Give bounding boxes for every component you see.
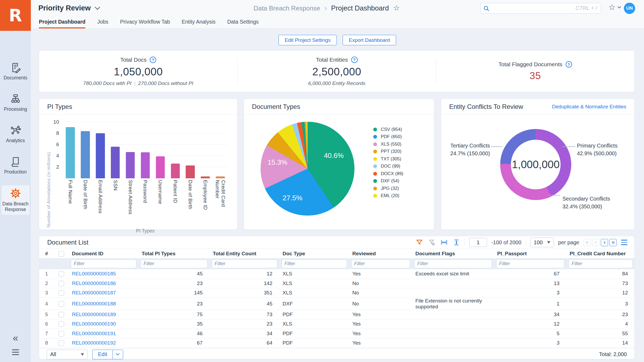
help-icon[interactable]: ? xyxy=(351,57,358,63)
clear-filter-icon[interactable] xyxy=(428,238,436,246)
legend-item[interactable]: JPG (32) xyxy=(373,185,403,192)
legend-item[interactable]: DOCX (89) xyxy=(373,170,403,178)
col-pi-passport[interactable]: PI_Passport xyxy=(494,249,566,258)
filter-input-doc-type[interactable] xyxy=(281,260,347,268)
document-id-link[interactable]: REL000000000190 xyxy=(72,321,116,327)
row-checkbox[interactable] xyxy=(58,340,64,346)
sidebar-item-production[interactable]: Production xyxy=(2,154,30,177)
legend-item[interactable]: DXF (54) xyxy=(373,178,403,185)
sidebar-item-processing[interactable]: Processing xyxy=(2,91,30,114)
edit-button[interactable]: Edit xyxy=(92,350,112,359)
collapse-rows-icon[interactable] xyxy=(452,238,460,246)
sidebar-item-data-breach-response[interactable]: Data Breach Response xyxy=(2,185,30,215)
tab-entity-analysis[interactable]: Entity Analysis xyxy=(182,16,215,28)
cell-passport: 3 xyxy=(494,288,566,298)
favorite-star-icon[interactable]: ☆ xyxy=(393,5,400,12)
divider xyxy=(465,239,465,246)
org-chart-icon xyxy=(10,93,21,105)
legend-item[interactable]: XLS (550) xyxy=(373,141,403,148)
filter-input-document-id[interactable] xyxy=(71,260,136,268)
legend-item[interactable]: CSV (954) xyxy=(373,126,403,133)
row-checkbox[interactable] xyxy=(58,281,64,286)
first-page-button[interactable] xyxy=(584,239,591,246)
sidebar-menu-icon[interactable] xyxy=(12,349,19,355)
col-pi-credit-card[interactable]: PI_Credit Card Number xyxy=(566,249,635,258)
row-number: 4 xyxy=(39,298,54,310)
filter-input-reviewed[interactable] xyxy=(351,260,410,268)
breadcrumb-parent[interactable]: Data Breach Response xyxy=(254,5,320,12)
row-checkbox[interactable] xyxy=(58,331,64,337)
favorites-menu[interactable]: ☆ xyxy=(608,3,621,11)
col-document-flags[interactable]: Document Flags xyxy=(412,249,494,258)
table-row: 6REL0000000001903523XLSYes124 xyxy=(39,319,635,329)
row-checkbox[interactable] xyxy=(58,271,64,277)
app-logo[interactable]: R xyxy=(0,0,31,31)
tab-privacy-workflow[interactable]: Privacy Workflow Tab xyxy=(120,16,170,28)
previous-page-button[interactable] xyxy=(592,239,599,246)
select-all-checkbox[interactable] xyxy=(58,251,64,257)
workspace-switcher[interactable]: Priority Review xyxy=(38,0,100,16)
filter-input-total-pi-types[interactable] xyxy=(141,260,207,268)
y-tick-label: 6 xyxy=(56,142,59,147)
sidebar-item-documents[interactable]: Documents xyxy=(2,60,30,83)
document-id-link[interactable]: REL000000000192 xyxy=(72,340,116,346)
sidebar-item-analytics[interactable]: Analytics xyxy=(2,123,30,146)
global-search[interactable]: CTRL + / xyxy=(480,3,601,14)
document-id-link[interactable]: REL000000000191 xyxy=(72,331,116,336)
col-total-entity-count[interactable]: Total Entity Count xyxy=(210,249,279,258)
legend-item[interactable]: PDF (650) xyxy=(373,133,403,141)
bar-username xyxy=(156,156,165,178)
page-size-select[interactable]: 100 xyxy=(530,238,554,247)
next-page-button[interactable] xyxy=(601,239,608,246)
filter-input-total-entity-count[interactable] xyxy=(212,260,277,268)
list-menu-icon[interactable] xyxy=(621,240,627,245)
row-checkbox[interactable] xyxy=(58,321,64,327)
last-page-button[interactable] xyxy=(609,239,617,246)
deduplicate-link[interactable]: Deduplicate & Normalize Entities xyxy=(552,104,626,110)
document-id-link[interactable]: REL000000000185 xyxy=(72,271,116,276)
export-dashboard-button[interactable]: Export Dashboard xyxy=(343,35,396,45)
document-id-link[interactable]: REL000000000188 xyxy=(72,301,116,306)
document-id-link[interactable]: REL000000000187 xyxy=(72,290,116,295)
col-document-id[interactable]: Document ID xyxy=(69,249,138,258)
total-entities-value: 2,500,000 xyxy=(312,66,361,78)
row-checkbox[interactable] xyxy=(58,312,64,317)
edit-dropdown-button[interactable] xyxy=(112,350,123,359)
cell-credit-card: 55 xyxy=(566,329,635,338)
legend-item[interactable]: EML (20) xyxy=(373,192,403,200)
tab-jobs[interactable]: Jobs xyxy=(97,16,108,28)
cell-passport: 5 xyxy=(494,329,566,338)
help-icon[interactable]: ? xyxy=(566,61,572,68)
help-icon[interactable]: ? xyxy=(150,57,156,63)
star-icon[interactable]: ☆ xyxy=(608,3,616,11)
pie-slice-label: 40.6% xyxy=(324,152,344,160)
collapse-sidebar-icon[interactable]: « xyxy=(13,333,18,343)
fit-column-width-icon[interactable] xyxy=(440,238,448,246)
page-number-input[interactable] xyxy=(469,238,487,247)
tab-project-dashboard[interactable]: Project Dashboard xyxy=(39,16,85,28)
bar-labels: Full NameDate of BirthEmail AddressSSNSt… xyxy=(63,180,228,226)
row-checkbox[interactable] xyxy=(58,301,64,307)
document-id-link[interactable]: REL000000000186 xyxy=(72,280,116,286)
legend-item[interactable]: DOC (99) xyxy=(373,163,403,170)
tab-data-settings[interactable]: Data Settings xyxy=(227,16,259,28)
cell-credit-card: 14 xyxy=(566,338,635,348)
col-total-pi-types[interactable]: Total PI Types xyxy=(138,249,210,258)
col-reviewed[interactable]: Reviewed xyxy=(349,249,412,258)
legend-item[interactable]: TXT (305) xyxy=(373,155,403,163)
cell-flags: File Extension is not currently supporte… xyxy=(412,298,494,310)
cell-entity-count: 34 xyxy=(210,329,279,338)
filter-icon[interactable] xyxy=(415,238,423,246)
document-id-link[interactable]: REL000000000189 xyxy=(72,312,116,317)
edit-project-settings-button[interactable]: Edit Project Settings xyxy=(279,35,337,45)
user-avatar[interactable]: UN xyxy=(624,3,635,14)
table-row: 1REL0000000001854512XLSYesExceeds excel … xyxy=(39,269,635,279)
col-doc-type[interactable]: Doc Type xyxy=(279,249,349,258)
legend-item[interactable]: PPT (320) xyxy=(373,148,403,156)
scope-select[interactable]: All xyxy=(47,350,87,359)
cell-pi-types: 75 xyxy=(138,310,210,319)
filter-input-pi-credit-card[interactable] xyxy=(569,260,633,268)
filter-input-document-flags[interactable] xyxy=(414,260,492,268)
row-checkbox[interactable] xyxy=(58,290,64,296)
filter-input-pi-passport[interactable] xyxy=(496,260,564,268)
